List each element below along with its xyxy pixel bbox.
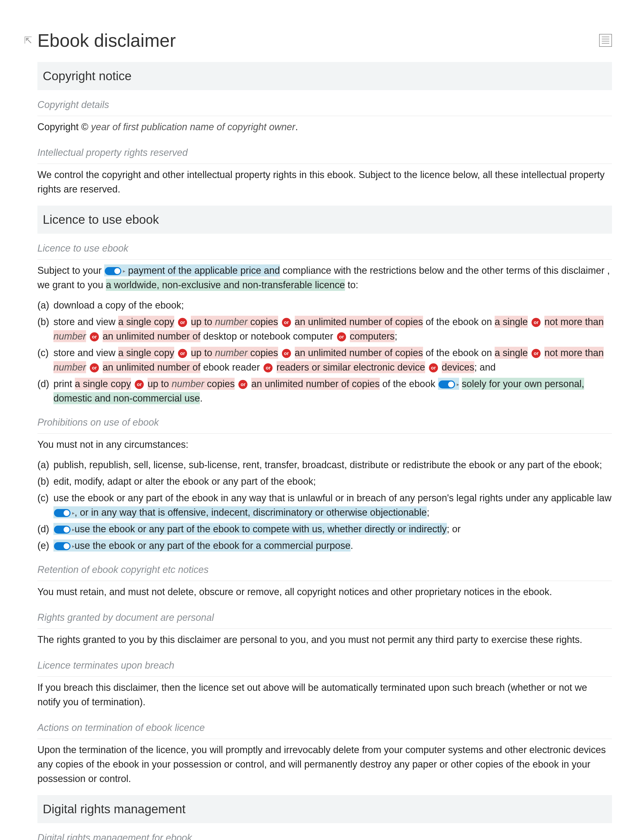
toggle-wrap: ▸, or in any way that is offensive, inde… — [54, 506, 427, 518]
opt-single: a single — [494, 347, 528, 359]
text: copies — [247, 347, 278, 358]
or-badge[interactable]: or — [337, 332, 346, 341]
list-marker: (b) — [38, 474, 54, 489]
subsection-retention: Retention of ebook copyright etc notices — [38, 560, 612, 581]
title-bar: ⇱ Ebook disclaimer — [24, 27, 612, 54]
number-placeholder[interactable]: number — [215, 316, 247, 327]
opt-upto: up to number copies — [191, 347, 278, 359]
or-badge[interactable]: or — [135, 380, 144, 389]
prohibitions-list: (a) publish, republish, sell, license, s… — [38, 456, 612, 555]
text: copies — [247, 316, 278, 327]
section-header-licence: Licence to use ebook — [38, 205, 612, 234]
blue-clause: use the ebook or any part of the ebook f… — [74, 540, 351, 551]
terminate-text: If you breach this disclaimer, then the … — [38, 677, 612, 713]
list-lines-icon — [602, 36, 609, 44]
or-badge[interactable]: or — [429, 363, 438, 373]
year-placeholder[interactable]: year of first publication — [91, 122, 187, 132]
list-marker: (a) — [38, 298, 54, 313]
toggle-switch[interactable] — [54, 509, 71, 517]
subsection-drm: Digital rights management for ebook — [38, 828, 612, 840]
text: . — [200, 393, 203, 404]
title-left: ⇱ Ebook disclaimer — [24, 27, 176, 54]
owner-placeholder[interactable]: name of copyright owner — [190, 122, 295, 132]
list-marker: (d) — [38, 522, 54, 536]
ip-rights-text: We control the copyright and other intel… — [38, 164, 612, 200]
opt-single-copy: a single copy — [75, 378, 131, 390]
toggle-wrap: ▸use the ebook or any part of the ebook … — [54, 540, 351, 551]
licence-intro-blue: payment of the applicable price and — [128, 265, 280, 276]
opt-unlimited: an unlimited number of copies — [251, 378, 379, 390]
text: print — [54, 378, 75, 389]
toggle-wrap: ▸use the ebook or any part of the ebook … — [54, 523, 447, 535]
opt-single: a single — [494, 316, 528, 328]
or-badge[interactable]: or — [90, 363, 99, 373]
subsection-terminate: Licence terminates upon breach — [38, 655, 612, 677]
or-badge[interactable]: or — [178, 349, 187, 358]
subsection-rights-personal: Rights granted by document are personal — [38, 608, 612, 629]
prohib-c: use the ebook or any part of the ebook i… — [54, 491, 612, 520]
toggle-wrap: ▸ payment of the applicable price and — [104, 264, 280, 276]
number-placeholder[interactable]: number — [215, 347, 247, 358]
list-marker: (c) — [38, 346, 54, 374]
list-item: (d) print a single copy or up to number … — [38, 376, 612, 407]
opt-upto: up to number copies — [148, 378, 235, 390]
text: desktop or notebook computer — [200, 331, 333, 342]
text: up to — [191, 347, 215, 358]
or-badge[interactable]: or — [532, 318, 541, 327]
text: ; and — [474, 362, 496, 373]
or-badge[interactable]: or — [532, 349, 541, 358]
text: use the ebook or any part of the ebook i… — [54, 493, 611, 504]
list-item: (b) edit, modify, adapt or alter the ebo… — [38, 473, 612, 490]
or-badge[interactable]: or — [282, 318, 291, 327]
text: of the ebook on — [423, 316, 494, 327]
licence-intro-3: to: — [345, 279, 358, 291]
opt-devices: devices — [442, 361, 474, 373]
or-badge[interactable]: or — [263, 363, 272, 373]
list-marker: (d) — [38, 377, 54, 406]
number-placeholder[interactable]: number — [54, 331, 86, 342]
or-badge[interactable]: or — [90, 332, 99, 341]
chevron-right-icon: ▸ — [72, 527, 74, 532]
external-link-icon[interactable]: ⇱ — [24, 33, 32, 47]
list-item: (a) publish, republish, sell, license, s… — [38, 456, 612, 473]
or-badge[interactable]: or — [282, 349, 291, 358]
list-item: (d) ▸use the ebook or any part of the eb… — [38, 521, 612, 537]
or-badge[interactable]: or — [178, 318, 187, 327]
text: store and view — [54, 347, 118, 358]
list-marker: (e) — [38, 538, 54, 553]
chevron-right-icon: ▸ — [72, 510, 74, 516]
subsection-prohibitions: Prohibitions on use of ebook — [38, 412, 612, 434]
blue-clause: , or in any way that is offensive, indec… — [74, 507, 427, 518]
list-marker: (a) — [38, 458, 54, 472]
outline-icon[interactable] — [599, 34, 612, 47]
opt-single-copy: a single copy — [118, 347, 174, 359]
number-placeholder[interactable]: number — [54, 362, 86, 373]
actions-text: Upon the termination of the licence, you… — [38, 739, 612, 790]
toggle-switch[interactable] — [54, 542, 71, 550]
prohib-a: publish, republish, sell, license, sub-l… — [54, 458, 612, 472]
copyright-line: Copyright © year of first publication na… — [38, 116, 612, 138]
text: ; — [395, 331, 397, 342]
toggle-switch[interactable] — [439, 381, 455, 388]
list-marker: (b) — [38, 315, 54, 344]
or-badge[interactable]: or — [238, 380, 247, 389]
document-content: Copyright notice Copyright details Copyr… — [38, 62, 612, 840]
toggle-switch[interactable] — [105, 267, 121, 275]
text: not more than — [544, 347, 604, 358]
licence-list: (a) download a copy of the ebook; (b) st… — [38, 296, 612, 408]
opt-computers: computers — [350, 330, 395, 342]
toggle-knob — [64, 527, 69, 532]
number-placeholder[interactable]: number — [172, 378, 204, 389]
rights-personal-text: The rights granted to you by this discla… — [38, 629, 612, 651]
toggle-wrap: ▸ — [438, 378, 459, 390]
list-marker: (c) — [38, 491, 54, 520]
chevron-right-icon: ▸ — [123, 268, 125, 274]
page-title: Ebook disclaimer — [38, 27, 176, 54]
subsection-copyright-details: Copyright details — [38, 95, 612, 116]
toggle-switch[interactable] — [54, 526, 71, 534]
text: up to — [148, 378, 172, 389]
text: . — [351, 540, 353, 551]
subsection-licence-use: Licence to use ebook — [38, 238, 612, 260]
licence-a: download a copy of the ebook; — [54, 298, 612, 313]
toggle-knob — [64, 543, 69, 549]
